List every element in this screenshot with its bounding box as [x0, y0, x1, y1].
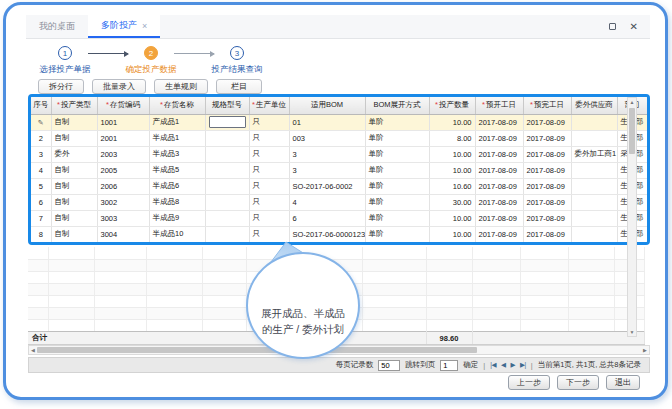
table-header-row: 序号 *投产类型 *存货编码 *存货名称 规格型号 *生产单位 适用BOM BO… [31, 97, 647, 114]
tab-bar: 我的桌面 多阶投产 × ✕ [26, 15, 650, 39]
scroll-up-icon[interactable]: ▲ [630, 98, 635, 106]
col-qty[interactable]: *投产数量 [429, 97, 475, 114]
goto-page-label: 跳转到页 [405, 360, 435, 370]
callout-text-line2: 的生产 / 委外计划 [262, 321, 344, 337]
scroll-left-icon[interactable]: ◀ [29, 347, 37, 353]
step-label: 确定投产数据 [126, 64, 177, 76]
batch-entry-button[interactable]: 批量录入 [92, 79, 146, 94]
step-arrow-icon [174, 53, 214, 54]
col-start[interactable]: *预开工日 [475, 97, 523, 114]
production-grid-highlight: 序号 *投产类型 *存货编码 *存货名称 规格型号 *生产单位 适用BOM BO… [28, 94, 650, 245]
vertical-scrollbar[interactable]: ▲ ▼ [627, 97, 637, 337]
wizard-steps: 1 选择投产单据 2 确定投产数据 3 投产结果查询 [42, 46, 260, 76]
wizard-step-3[interactable]: 3 投产结果查询 [214, 46, 260, 76]
col-code[interactable]: *存货编码 [97, 97, 149, 114]
order-rule-button[interactable]: 生单规则 [154, 79, 208, 94]
horizontal-scroll-thumb[interactable] [37, 347, 477, 353]
wizard-step-2[interactable]: 2 确定投产数据 [128, 46, 174, 76]
callout-text-line1: 展开成品、半成品 [261, 305, 345, 321]
scroll-down-icon[interactable]: ▼ [630, 328, 635, 336]
pager-status: 当前第1页, 共1页, 总共8条记录 [538, 360, 641, 370]
summary-label: 合计 [28, 332, 426, 345]
scroll-right-icon[interactable]: ▶ [641, 347, 649, 353]
col-name[interactable]: *存货名称 [149, 97, 205, 114]
pagination-bar: 每页记录数 跳转到页 确定 | |◀ ◀ ▶ ▶| | 当前第1页, 共1页, … [28, 357, 650, 373]
col-seq[interactable]: 序号 [31, 97, 51, 114]
tab-my-desktop[interactable]: 我的桌面 [26, 15, 88, 38]
col-bom[interactable]: 适用BOM [289, 97, 365, 114]
col-expand[interactable]: BOM展开方式 [365, 97, 429, 114]
table-row[interactable]: ✎ 自制1001产成品1 只01单阶 10.002017-08-092017-0… [31, 114, 647, 130]
pager-confirm-button[interactable]: 确定 [463, 360, 478, 370]
next-page-icon[interactable]: ▶ [511, 361, 516, 369]
split-row-button[interactable]: 拆分行 [38, 79, 84, 94]
close-icon[interactable]: ✕ [630, 22, 638, 32]
screen: 我的桌面 多阶投产 × ✕ 1 选择投产单据 2 确定投产数据 3 投产结果查询… [0, 0, 672, 409]
col-supplier[interactable]: 委外供应商 [571, 97, 617, 114]
tab-label: 我的桌面 [39, 20, 75, 33]
summary-qty: 98.60 [426, 332, 472, 345]
step-circle: 1 [58, 46, 72, 60]
step-arrow-icon [88, 53, 128, 54]
first-page-icon[interactable]: |◀ [490, 361, 496, 369]
tab-label: 多阶投产 [101, 19, 137, 32]
previous-step-button[interactable]: 上一步 [508, 375, 550, 390]
table-row[interactable]: 7 自制3003半成品9 只6单阶 10.002017-08-092017-08… [31, 210, 647, 226]
table-row[interactable]: 3 委外2003半成品3 只3单阶 10.002017-08-092017-08… [31, 146, 647, 162]
col-type[interactable]: *投产类型 [51, 97, 97, 114]
col-spec[interactable]: 规格型号 [205, 97, 249, 114]
step-label: 选择投产单据 [40, 64, 91, 76]
vertical-scroll-thumb[interactable] [629, 108, 635, 154]
prev-page-icon[interactable]: ◀ [501, 361, 506, 369]
footer-buttons: 上一步 下一步 退出 [508, 375, 640, 390]
callout-bubble: 展开成品、半成品 的生产 / 委外计划 [246, 252, 360, 359]
table-row[interactable]: 5 自制2006半成品6 只SO-2017-06-0002单阶 10.60201… [31, 178, 647, 194]
next-step-button[interactable]: 下一步 [557, 375, 599, 390]
goto-page-input[interactable] [440, 360, 458, 371]
toolbar: 拆分行 批量录入 生单规则 栏目 [38, 79, 262, 94]
col-end[interactable]: *预完工日 [523, 97, 571, 114]
step-label: 投产结果查询 [212, 64, 263, 76]
table-row[interactable]: 4 自制2005半成品5 只3单阶 10.002017-08-092017-08… [31, 162, 647, 178]
table-row[interactable]: 6 自制3002半成品8 只4单阶 30.002017-08-092017-08… [31, 194, 647, 210]
step-circle: 2 [144, 46, 158, 60]
production-table: 序号 *投产类型 *存货编码 *存货名称 规格型号 *生产单位 适用BOM BO… [31, 97, 648, 243]
tab-close-icon[interactable]: × [142, 21, 147, 31]
spec-input[interactable] [209, 116, 246, 128]
page-size-input[interactable] [378, 360, 400, 371]
current-row-icon: ✎ [38, 119, 44, 126]
last-page-icon[interactable]: ▶| [520, 361, 526, 369]
col-unit[interactable]: *生产单位 [249, 97, 289, 114]
table-row[interactable]: 2 自制2001半成品1 只003单阶 8.002017-08-092017-0… [31, 130, 647, 146]
step-circle: 3 [230, 46, 244, 60]
exit-button[interactable]: 退出 [606, 375, 640, 390]
window-controls: ✕ [609, 15, 650, 38]
maximize-icon[interactable] [609, 23, 616, 30]
page-size-label: 每页记录数 [336, 360, 374, 370]
wizard-step-1[interactable]: 1 选择投产单据 [42, 46, 88, 76]
tab-multistage-production[interactable]: 多阶投产 × [88, 15, 160, 38]
columns-button[interactable]: 栏目 [216, 79, 262, 94]
